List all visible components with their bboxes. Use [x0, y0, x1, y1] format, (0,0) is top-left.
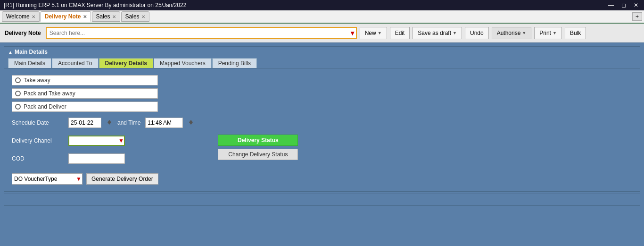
svg-marker-0: [107, 120, 111, 122]
search-container: ▼: [46, 27, 357, 39]
main-content: ▲ Main Details Main Details Accounted To…: [0, 42, 644, 246]
save-as-draft-button[interactable]: Save as draft ▼: [413, 27, 462, 39]
radio-option-pack-take: Pack and Take away: [12, 88, 632, 99]
radio-pack-deliver-circle: [15, 104, 21, 110]
cod-input[interactable]: [68, 153, 125, 164]
print-label: Print: [539, 30, 551, 36]
bottom-panel: [4, 194, 640, 206]
radio-group: Take away Pack and Take away Pack and De…: [12, 75, 632, 112]
tab-mapped-vouchers-label: Mapped Vouchers: [160, 60, 206, 67]
voucher-select[interactable]: DO VoucherType: [12, 173, 83, 185]
delivery-status-area: Delivery Status Change Delivery Status: [218, 135, 298, 160]
tab-delivery-note-close[interactable]: ✕: [83, 14, 87, 19]
new-arrow-icon: ▼: [378, 31, 382, 35]
delivery-channel-select-container: ▼: [68, 136, 125, 146]
radio-pack-deliver-label: Pack and Deliver: [24, 103, 66, 110]
panel-header-label: Main Details: [15, 49, 48, 55]
form-panel: ▲ Main Details Main Details Accounted To…: [4, 46, 640, 192]
generate-delivery-label: Generate Delivery Order: [91, 176, 153, 182]
svg-marker-3: [189, 122, 193, 125]
tab-main-details-label: Main Details: [14, 60, 45, 67]
tab-bar: Welcome ✕ Delivery Note ✕ Sales ✕ Sales …: [0, 10, 644, 24]
and-time-label: and Time: [117, 119, 140, 126]
minimize-button[interactable]: —: [606, 2, 616, 8]
edit-button[interactable]: Edit: [390, 27, 410, 39]
radio-option-pack-deliver: Pack and Deliver: [12, 102, 632, 112]
radio-take-away-box[interactable]: Take away: [12, 75, 158, 85]
radio-pack-take-label: Pack and Take away: [24, 90, 75, 97]
print-arrow-icon: ▼: [553, 31, 557, 35]
maximize-button[interactable]: ◻: [619, 2, 628, 8]
search-dropdown-button[interactable]: ▼: [349, 29, 356, 37]
schedule-date-label: Schedule Date: [12, 119, 64, 126]
tab-sales-1-label: Sales: [96, 13, 110, 20]
tab-delivery-details[interactable]: Delivery Details: [99, 58, 153, 68]
save-draft-arrow-icon: ▼: [453, 31, 457, 35]
window-title: [R1] Running ERP 5.1 on CMAX Server By a…: [4, 2, 186, 8]
delivery-channel-select[interactable]: [68, 136, 125, 146]
tab-welcome-close[interactable]: ✕: [32, 14, 35, 19]
radio-option-take-away: Take away: [12, 75, 632, 85]
cod-label: COD: [12, 155, 64, 162]
tab-delivery-note-label: Delivery Note: [45, 13, 81, 20]
delivery-status-label: Delivery Status: [238, 137, 279, 144]
svg-marker-2: [189, 120, 193, 122]
new-label: New: [365, 30, 376, 36]
tab-sales-1-close[interactable]: ✕: [112, 14, 116, 19]
change-delivery-status-label: Change Delivery Status: [228, 151, 288, 158]
edit-label: Edit: [395, 30, 405, 36]
radio-pack-take-circle: [15, 91, 21, 96]
date-spinner-icon[interactable]: [107, 119, 112, 126]
time-spinner-icon[interactable]: [189, 119, 193, 126]
toolbar: Delivery Note ▼ New ▼ Edit Save as draft…: [0, 24, 644, 42]
tab-main-details[interactable]: Main Details: [8, 58, 51, 68]
form-body: Take away Pack and Take away Pack and De…: [4, 68, 640, 191]
authorise-arrow-icon: ▼: [522, 31, 526, 35]
radio-take-away-label: Take away: [24, 77, 50, 84]
tab-sales-2[interactable]: Sales ✕: [121, 11, 149, 22]
print-button[interactable]: Print ▼: [534, 27, 562, 39]
search-input[interactable]: [46, 27, 357, 39]
authorise-button[interactable]: Authorise ▼: [492, 27, 532, 39]
tab-accounted-to[interactable]: Accounted To: [52, 58, 99, 68]
tab-pending-bills[interactable]: Pending Bills: [212, 58, 257, 68]
undo-label: Undo: [470, 30, 484, 36]
tab-mapped-vouchers[interactable]: Mapped Vouchers: [154, 58, 212, 68]
title-bar: [R1] Running ERP 5.1 on CMAX Server By a…: [0, 0, 644, 10]
tab-sales-2-close[interactable]: ✕: [141, 14, 145, 19]
tab-sales-2-label: Sales: [125, 13, 140, 20]
tab-accounted-to-label: Accounted To: [58, 60, 92, 67]
change-delivery-status-button[interactable]: Change Delivery Status: [218, 149, 298, 160]
time-input[interactable]: [145, 118, 183, 128]
inner-tab-bar: Main Details Accounted To Delivery Detai…: [4, 57, 640, 68]
cod-row: COD: [12, 153, 194, 164]
add-tab-button[interactable]: +: [632, 12, 642, 21]
do-voucher-row: DO VoucherType ▼ Generate Delivery Order: [12, 173, 194, 185]
new-button[interactable]: New ▼: [360, 27, 387, 39]
delivery-channel-label: Delivery Chanel: [12, 137, 64, 144]
schedule-date-input[interactable]: [68, 118, 101, 128]
save-as-draft-label: Save as draft: [418, 30, 451, 36]
schedule-date-row: Schedule Date and Time: [12, 118, 194, 128]
panel-collapse-icon[interactable]: ▲: [8, 50, 13, 55]
tab-sales-1[interactable]: Sales ✕: [92, 11, 120, 22]
tab-welcome-label: Welcome: [6, 13, 30, 20]
tab-delivery-note[interactable]: Delivery Note ✕: [41, 11, 91, 22]
tab-delivery-details-label: Delivery Details: [105, 60, 147, 67]
close-button[interactable]: ✕: [632, 2, 640, 8]
radio-take-away-circle: [15, 77, 21, 83]
bulk-label: Bulk: [570, 30, 581, 36]
undo-button[interactable]: Undo: [465, 27, 489, 39]
bulk-button[interactable]: Bulk: [565, 27, 586, 39]
authorise-label: Authorise: [497, 30, 521, 36]
window-controls: — ◻ ✕: [606, 2, 640, 8]
generate-delivery-order-button[interactable]: Generate Delivery Order: [86, 173, 158, 185]
radio-pack-take-box[interactable]: Pack and Take away: [12, 88, 158, 99]
delivery-channel-row: Delivery Chanel ▼: [12, 136, 194, 146]
delivery-status-button[interactable]: Delivery Status: [218, 135, 298, 146]
voucher-select-container: DO VoucherType ▼: [12, 173, 83, 185]
radio-pack-deliver-box[interactable]: Pack and Deliver: [12, 102, 158, 112]
tab-welcome[interactable]: Welcome ✕: [2, 11, 40, 22]
toolbar-label: Delivery Note: [5, 30, 41, 36]
panel-header: ▲ Main Details: [4, 47, 640, 57]
